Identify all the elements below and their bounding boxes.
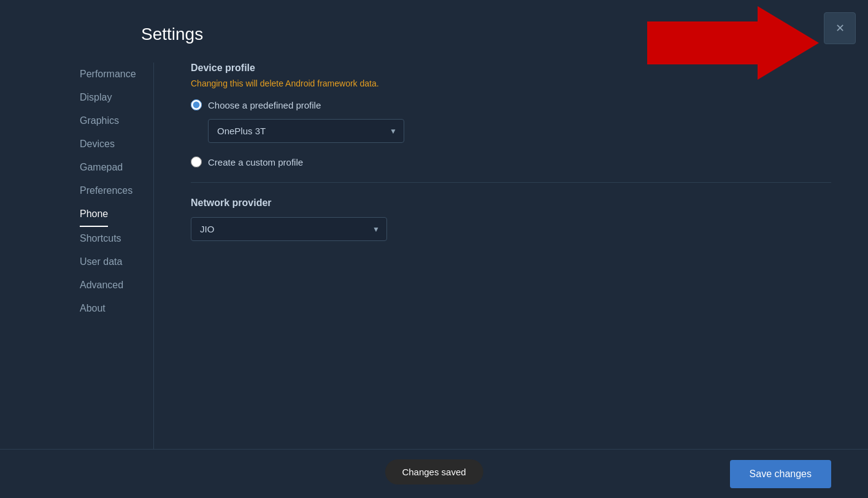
predefined-dropdown-wrapper: OnePlus 3TSamsung Galaxy S10Pixel 4Nexus… — [208, 119, 404, 143]
main-content: Device profile Changing this will delete… — [153, 63, 868, 498]
sidebar-item-about[interactable]: About — [80, 297, 141, 320]
sidebar-item-preferences[interactable]: Preferences — [80, 179, 141, 202]
sidebar: PerformanceDisplayGraphicsDevicesGamepad… — [0, 63, 141, 498]
sidebar-item-user-data[interactable]: User data — [80, 250, 141, 274]
footer: Changes saved Save changes — [0, 449, 868, 498]
section-divider — [191, 182, 831, 183]
sidebar-item-display[interactable]: Display — [80, 86, 141, 109]
settings-container: Settings PerformanceDisplayGraphicsDevic… — [0, 0, 868, 498]
settings-body: PerformanceDisplayGraphicsDevicesGamepad… — [0, 63, 868, 498]
radio-custom-option[interactable]: Create a custom profile — [191, 156, 831, 167]
network-provider-select[interactable]: JIOAirtelBSNLVodafone — [191, 217, 387, 241]
network-provider-section: Network provider JIOAirtelBSNLVodafone — [191, 197, 831, 241]
close-button[interactable]: ✕ — [824, 12, 856, 44]
device-profile-section: Device profile Changing this will delete… — [191, 63, 831, 167]
sidebar-item-graphics[interactable]: Graphics — [80, 109, 141, 132]
radio-predefined-option[interactable]: Choose a predefined profile — [191, 99, 831, 110]
network-provider-title: Network provider — [191, 197, 831, 209]
predefined-profile-select[interactable]: OnePlus 3TSamsung Galaxy S10Pixel 4Nexus… — [208, 119, 404, 143]
radio-predefined-label: Choose a predefined profile — [208, 100, 321, 110]
device-profile-title: Device profile — [191, 63, 831, 74]
page-title: Settings — [141, 25, 868, 44]
changes-saved-toast: Changes saved — [385, 459, 483, 485]
sidebar-item-devices[interactable]: Devices — [80, 132, 141, 156]
radio-group: Choose a predefined profile OnePlus 3TSa… — [191, 99, 831, 167]
radio-predefined-input[interactable] — [191, 99, 202, 110]
network-dropdown-wrapper: JIOAirtelBSNLVodafone — [191, 217, 387, 241]
sidebar-item-gamepad[interactable]: Gamepad — [80, 156, 141, 179]
sidebar-item-performance[interactable]: Performance — [80, 63, 141, 86]
sidebar-item-advanced[interactable]: Advanced — [80, 274, 141, 297]
device-profile-warning: Changing this will delete Android framew… — [191, 79, 831, 88]
close-icon: ✕ — [835, 21, 845, 35]
sidebar-item-shortcuts[interactable]: Shortcuts — [80, 227, 141, 250]
radio-custom-input[interactable] — [191, 156, 202, 167]
sidebar-item-phone[interactable]: Phone — [80, 202, 108, 227]
predefined-dropdown-container: OnePlus 3TSamsung Galaxy S10Pixel 4Nexus… — [208, 119, 831, 143]
radio-custom-label: Create a custom profile — [208, 157, 303, 167]
save-changes-button[interactable]: Save changes — [730, 460, 831, 488]
